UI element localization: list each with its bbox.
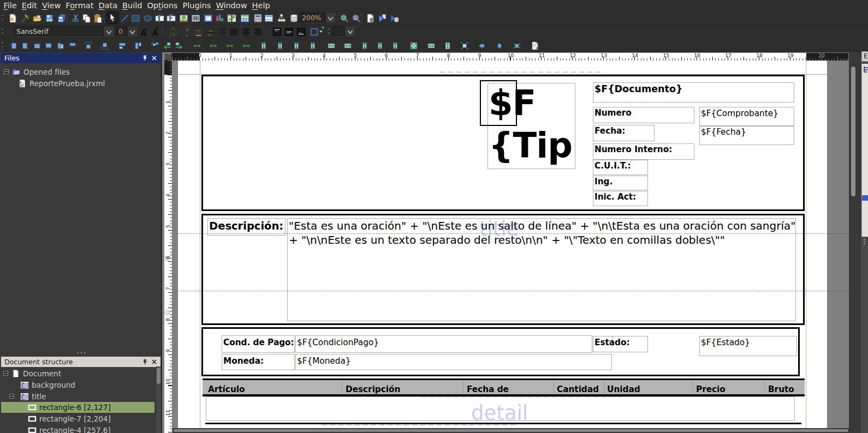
align-right-edges-icon[interactable] bbox=[20, 40, 30, 51]
same-height-minus-icon[interactable]: − bbox=[291, 40, 301, 51]
style-value[interactable] bbox=[332, 26, 344, 37]
structure-scrollbar[interactable] bbox=[156, 366, 161, 433]
toolbar-grip[interactable] bbox=[2, 41, 3, 50]
style-combo[interactable] bbox=[332, 26, 355, 37]
save-icon[interactable] bbox=[44, 13, 55, 23]
menu-data[interactable]: Data bbox=[96, 0, 120, 11]
structure-item-rectangle-6[interactable]: rectangle-6 [2,127] bbox=[28, 402, 111, 413]
align-band-top-icon[interactable] bbox=[83, 40, 93, 51]
menu-edit[interactable]: Edit bbox=[19, 0, 39, 11]
canvas-vertical-scrollbar[interactable] bbox=[849, 52, 861, 433]
canvas-horizontal-scrollbar[interactable] bbox=[173, 428, 849, 433]
structure-item-title[interactable]: title bbox=[20, 391, 46, 402]
menu-build[interactable]: Build bbox=[120, 0, 145, 11]
same-height-minus2-icon[interactable]: − bbox=[374, 40, 385, 51]
canvas-hscrollbar-thumb[interactable] bbox=[174, 429, 848, 432]
align-text-center-icon[interactable] bbox=[240, 27, 251, 38]
run-report-icon[interactable] bbox=[377, 13, 388, 23]
column-header-6[interactable]: Bruto bbox=[768, 384, 794, 394]
expand-width-icon[interactable] bbox=[326, 40, 336, 51]
center-height-icon[interactable] bbox=[442, 40, 453, 51]
menu-format[interactable]: Format bbox=[63, 0, 96, 11]
text-field-tool-icon[interactable] bbox=[165, 13, 176, 23]
zoom-dropdown-icon[interactable] bbox=[325, 13, 336, 23]
center-h-band-icon[interactable] bbox=[477, 40, 487, 51]
menu-window[interactable]: Window bbox=[213, 0, 249, 11]
same-height2-icon[interactable] bbox=[359, 40, 370, 51]
toolbar-grip[interactable] bbox=[2, 27, 3, 36]
save-all-icon[interactable] bbox=[56, 13, 67, 23]
compile-report-icon[interactable] bbox=[365, 13, 376, 23]
center-v-band-icon[interactable] bbox=[494, 40, 504, 51]
frame-tool-icon[interactable] bbox=[203, 13, 213, 23]
fit-both-icon[interactable] bbox=[408, 40, 419, 51]
image-tool-icon[interactable] bbox=[178, 13, 189, 23]
menu-file[interactable]: File bbox=[1, 0, 19, 11]
valign-middle-icon[interactable] bbox=[283, 27, 294, 38]
structure-item-rectangle-4[interactable]: rectangle-4 [257,6] bbox=[28, 425, 111, 433]
rectangle-tool-icon[interactable] bbox=[130, 13, 141, 23]
crosstab-tool-icon[interactable] bbox=[226, 13, 237, 23]
column-header-2[interactable]: Fecha de bbox=[467, 384, 509, 394]
align-top-edges-icon[interactable] bbox=[32, 40, 42, 51]
rectangle-6-element[interactable] bbox=[480, 80, 517, 126]
zoom-out-icon[interactable] bbox=[350, 13, 361, 23]
snap-corner-icon[interactable] bbox=[150, 40, 160, 51]
ellipse-tool-icon[interactable] bbox=[142, 13, 153, 23]
align-bottom-edges-icon[interactable] bbox=[43, 40, 53, 51]
organize-report-icon[interactable] bbox=[530, 40, 540, 51]
align-text-justify-icon[interactable] bbox=[228, 27, 239, 38]
datasource-icon[interactable] bbox=[288, 13, 299, 23]
open-report-icon[interactable] bbox=[32, 13, 43, 23]
same-width-minus-icon[interactable]: − bbox=[224, 40, 235, 51]
canvas-vscrollbar-thumb[interactable] bbox=[851, 67, 855, 196]
align-text-right-icon[interactable] bbox=[252, 27, 263, 38]
expand-both-icon[interactable] bbox=[459, 40, 469, 51]
shift-right-icon[interactable] bbox=[174, 40, 184, 51]
align-band-bottom-icon[interactable] bbox=[99, 40, 110, 51]
static-text-tool-icon[interactable] bbox=[154, 13, 165, 23]
files-panel-titlebar[interactable]: Files bbox=[1, 53, 160, 63]
shift-left-icon[interactable] bbox=[162, 40, 172, 51]
column-header-3[interactable]: Cantidad bbox=[557, 384, 599, 394]
structure-item-rectangle-7[interactable]: rectangle-7 [2,204] bbox=[28, 413, 111, 424]
pointer-tool-icon[interactable] bbox=[106, 11, 119, 24]
report-groups-icon[interactable] bbox=[276, 13, 287, 23]
font-size-combo[interactable]: 0 bbox=[116, 26, 138, 37]
close-icon[interactable] bbox=[151, 55, 157, 61]
menu-options[interactable]: Options bbox=[145, 0, 180, 11]
font-name-combo[interactable]: SansSerif bbox=[14, 26, 114, 37]
barcode-tool-icon[interactable] bbox=[190, 13, 201, 23]
detail-line-element[interactable] bbox=[205, 423, 801, 424]
expand-width-minus-icon[interactable]: − bbox=[342, 40, 353, 51]
fit-height-icon[interactable] bbox=[133, 40, 143, 51]
structure-item-background[interactable]: background bbox=[20, 380, 75, 390]
same-width-zero-icon[interactable]: 0 bbox=[241, 40, 251, 51]
font-name-dropdown-icon[interactable] bbox=[104, 26, 114, 37]
same-height-plus2-icon[interactable]: + bbox=[390, 40, 400, 51]
report-query-icon[interactable] bbox=[252, 13, 263, 23]
zoom-value[interactable]: 200% bbox=[299, 13, 325, 23]
column-header-4[interactable]: Unidad bbox=[607, 384, 640, 394]
font-size-value[interactable]: 0 bbox=[116, 26, 127, 37]
font-name-value[interactable]: SansSerif bbox=[14, 26, 104, 37]
run-report-datasource-icon[interactable] bbox=[389, 13, 400, 23]
files-tree-root[interactable]: Opened files bbox=[12, 67, 70, 77]
chart-tool-icon[interactable] bbox=[214, 13, 225, 23]
subreport-tool-icon[interactable] bbox=[263, 13, 274, 23]
collapse-toggle[interactable]: − bbox=[3, 371, 8, 376]
structure-scrollbar-thumb[interactable] bbox=[157, 368, 160, 384]
structure-item-Document[interactable]: Document bbox=[11, 368, 61, 379]
ruler-band-marker[interactable] bbox=[166, 310, 170, 315]
zoom-in-icon[interactable] bbox=[338, 13, 349, 23]
same-width-plus-icon[interactable]: + bbox=[208, 40, 218, 51]
same-width-icon[interactable] bbox=[192, 40, 202, 51]
align-left-edges-icon[interactable] bbox=[8, 40, 19, 51]
same-height-zero-icon[interactable]: 0 bbox=[307, 40, 318, 51]
menu-help[interactable]: Help bbox=[249, 0, 272, 11]
copy-icon[interactable] bbox=[81, 13, 92, 23]
font-size-dropdown-icon[interactable] bbox=[127, 26, 138, 37]
same-height-icon[interactable] bbox=[258, 40, 269, 51]
band-divider-line[interactable] bbox=[178, 291, 848, 291]
structure-panel-titlebar[interactable]: Document structure bbox=[1, 357, 160, 367]
